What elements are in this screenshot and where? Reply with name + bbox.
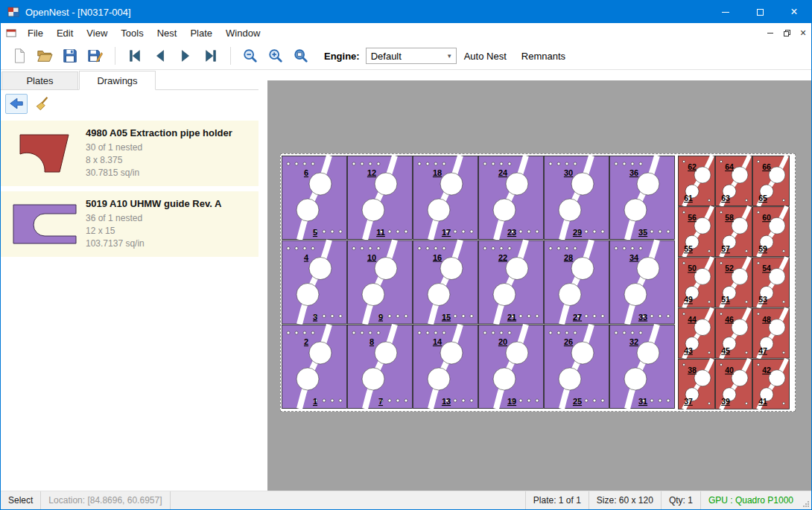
purple-part-pair[interactable]: 3433 (610, 240, 675, 325)
red-part-pair[interactable]: 5857 (716, 206, 752, 257)
engine-value: Default (371, 51, 402, 62)
status-qty: Qty: 1 (662, 491, 700, 509)
panel-splitter[interactable] (258, 70, 267, 491)
purple-part-pair[interactable]: 3231 (610, 325, 675, 409)
new-nest-button[interactable] (8, 45, 31, 66)
main-area: Plates Drawings (1, 70, 811, 491)
red-part-pair[interactable]: 5453 (753, 257, 790, 307)
red-part-pair[interactable]: 4847 (753, 308, 790, 359)
drawing-size: 8 x 8.375 (86, 154, 254, 167)
part-number: 51 (721, 295, 730, 304)
purple-part-pair[interactable]: 1615 (413, 240, 478, 325)
part-number: 13 (442, 397, 451, 406)
child-restore-button[interactable] (778, 25, 795, 40)
last-plate-button[interactable] (200, 45, 222, 66)
purple-part-pair[interactable]: 21 (282, 325, 347, 409)
part-number: 14 (433, 337, 443, 346)
drawings-list: 4980 A05 Extraction pipe holder 30 of 1 … (1, 117, 258, 491)
plate[interactable]: 6512111817242330293635431091615222128273… (280, 153, 796, 412)
maximize-button[interactable] (743, 1, 777, 23)
part-number: 39 (721, 397, 730, 406)
save-as-button[interactable] (84, 45, 107, 66)
purple-part-pair[interactable]: 109 (348, 240, 413, 325)
purple-part-pair[interactable]: 65 (282, 156, 347, 240)
purple-part-pair[interactable]: 2827 (545, 240, 609, 325)
part-number: 48 (762, 315, 771, 324)
first-plate-button[interactable] (124, 45, 146, 66)
part-number: 12 (367, 168, 376, 177)
red-part-pair[interactable]: 3837 (679, 359, 715, 409)
menu-edit[interactable]: Edit (50, 23, 80, 42)
purple-part-pair[interactable]: 1211 (348, 156, 413, 240)
red-part-pair[interactable]: 6665 (753, 156, 790, 206)
child-minimize-button[interactable] (762, 25, 778, 40)
red-part-pair[interactable]: 4241 (753, 359, 790, 409)
menu-nest[interactable]: Nest (150, 23, 184, 42)
red-part-pair[interactable]: 4443 (679, 308, 715, 359)
previous-plate-button[interactable] (149, 45, 171, 66)
part-number: 55 (684, 244, 693, 253)
zoom-fit-button[interactable] (290, 45, 312, 66)
purple-part-pair[interactable]: 43 (282, 240, 347, 325)
purple-part-pair[interactable]: 3635 (610, 156, 675, 240)
part-number: 62 (688, 162, 697, 171)
menu-file[interactable]: File (21, 23, 50, 42)
child-close-button[interactable]: × (795, 25, 811, 40)
red-part-pair[interactable]: 4645 (716, 308, 752, 359)
part-number: 31 (638, 397, 647, 406)
tab-plates[interactable]: Plates (1, 71, 78, 89)
status-location: Location: [84.8696, 60.6957] (41, 491, 169, 509)
red-part-pair[interactable]: 5049 (679, 257, 715, 307)
canvas-margin (267, 70, 811, 80)
part-number: 49 (684, 295, 693, 304)
menu-tools[interactable]: Tools (114, 23, 150, 42)
status-separator (170, 491, 171, 509)
child-close-icon: × (800, 27, 806, 39)
purple-part-pair[interactable]: 87 (348, 325, 413, 409)
open-button[interactable] (34, 45, 56, 66)
part-number: 24 (498, 168, 508, 177)
purple-part-pair[interactable]: 3029 (545, 156, 609, 240)
purple-part-pair[interactable]: 2019 (479, 325, 544, 409)
part-number: 29 (573, 228, 582, 237)
drawing-area: 103.7137 sq/in (86, 238, 254, 250)
canvas-workspace[interactable]: 6512111817242330293635431091615222128273… (267, 80, 811, 491)
clear-drawings-button[interactable] (31, 94, 54, 114)
purple-part-pair[interactable]: 1413 (413, 325, 478, 409)
next-plate-button[interactable] (174, 45, 197, 66)
close-button[interactable]: × (777, 1, 811, 23)
menu-plate[interactable]: Plate (183, 23, 219, 42)
part-number: 22 (498, 253, 507, 262)
engine-select[interactable]: Default ▼ (366, 48, 457, 64)
purple-part-pair[interactable]: 2423 (479, 156, 544, 240)
return-parts-button[interactable] (5, 94, 28, 114)
menu-view[interactable]: View (80, 23, 114, 42)
red-part-pair[interactable]: 6059 (753, 206, 790, 257)
red-part-pair[interactable]: 6261 (679, 156, 715, 206)
remnants-button[interactable]: Remnants (514, 45, 573, 66)
drawing-item[interactable]: 5019 A10 UHMW guide Rev. A 36 of 1 neste… (1, 191, 258, 257)
red-part-pair[interactable]: 6463 (716, 156, 752, 206)
menu-window[interactable]: Window (219, 23, 267, 42)
zoom-out-button[interactable] (239, 45, 261, 66)
save-button[interactable] (59, 45, 81, 66)
tab-drawings[interactable]: Drawings (79, 71, 156, 90)
status-mode: Select (1, 491, 40, 509)
part-number: 64 (725, 162, 734, 171)
drawing-nested-count: 30 of 1 nested (86, 141, 254, 154)
red-part-pair[interactable]: 5655 (679, 206, 715, 257)
purple-part-pair[interactable]: 2625 (545, 325, 609, 409)
zoom-out-icon (242, 48, 258, 64)
purple-part-pair[interactable]: 2221 (479, 240, 544, 325)
resize-grip[interactable] (801, 491, 811, 509)
minimize-button[interactable] (708, 1, 743, 23)
zoom-in-button[interactable] (264, 45, 287, 66)
drawing-item[interactable]: 4980 A05 Extraction pipe holder 30 of 1 … (1, 121, 258, 186)
auto-nest-button[interactable]: Auto Nest (457, 45, 514, 66)
purple-part-pair[interactable]: 1817 (413, 156, 478, 240)
red-part-pair[interactable]: 4039 (716, 359, 752, 409)
app-window: OpenNest - [N0317-004] × File Edit View … (0, 0, 812, 510)
part-number: 32 (629, 337, 638, 346)
last-icon (203, 48, 219, 64)
red-part-pair[interactable]: 5251 (716, 257, 752, 307)
